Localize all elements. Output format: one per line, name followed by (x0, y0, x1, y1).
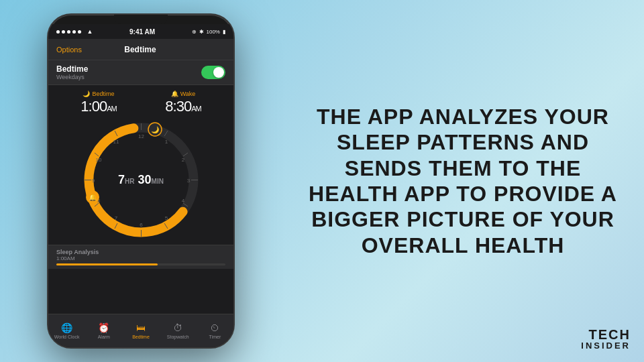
svg-text:3: 3 (186, 178, 190, 184)
signal-dot-4 (72, 30, 76, 34)
tab-bedtime[interactable]: 🛏 Bedtime (122, 322, 159, 339)
tab-timer[interactable]: ⏲ Timer (197, 322, 233, 339)
signal-dot-2 (62, 30, 65, 34)
tab-bedtime-label: Bedtime (132, 335, 150, 339)
signal-dot-5 (78, 30, 81, 34)
tech-label: TECH (581, 328, 631, 341)
time-display: 🌙 Bedtime 1:00AM 🔔 Wake 8:30 (56, 90, 225, 115)
clock-section: 🌙 Bedtime 1:00AM 🔔 Wake 8:30 (48, 85, 233, 245)
tab-stopwatch-label: Stopwatch (167, 335, 189, 339)
svg-text:6: 6 (140, 222, 143, 228)
bedtime-time-label: 🌙 Bedtime (80, 90, 116, 97)
globe-icon: 🌐 (61, 322, 72, 333)
nav-bar: Options Bedtime (48, 39, 233, 60)
sleep-analysis: Sleep Analysis 1:00AM (48, 245, 233, 269)
tech-insider-brand: TECH INSIDER (581, 328, 631, 350)
signal-dot-3 (67, 30, 70, 34)
sleep-bar (56, 263, 225, 265)
tab-world-clock-label: World Clock (54, 335, 80, 339)
svg-text:7: 7 (114, 215, 117, 221)
status-time: 9:41 AM (129, 28, 155, 36)
wake-time-label: 🔔 Wake (165, 90, 201, 97)
battery-icon: ▮ (223, 29, 225, 35)
alarm-icon: ⏰ (98, 322, 109, 333)
tab-timer-label: Timer (209, 335, 221, 339)
wake-time-value: 8:30AM (165, 98, 201, 115)
tab-alarm[interactable]: ⏰ Alarm (85, 322, 122, 339)
svg-text:🌙: 🌙 (151, 125, 160, 134)
sleep-analysis-time: 1:00AM (56, 255, 225, 261)
bedtime-label: Bedtime (56, 64, 88, 74)
svg-text:4: 4 (181, 198, 184, 204)
svg-text:11: 11 (113, 139, 119, 145)
bedtime-toggle[interactable] (201, 66, 225, 79)
svg-text:🔔: 🔔 (89, 193, 97, 202)
wake-ampm: AM (191, 105, 201, 113)
bedtime-sublabel: Weekdays (56, 74, 88, 80)
bedtime-time-value: 1:00AM (80, 98, 116, 115)
stopwatch-icon: ⏱ (173, 322, 182, 333)
bedtime-header: Bedtime Weekdays (48, 60, 233, 85)
phone: ▲ 9:41 AM ⊕ ✱ 100% ▮ Options Bedtime (47, 13, 235, 349)
insider-label: INSIDER (581, 341, 631, 350)
phone-container: ▲ 9:41 AM ⊕ ✱ 100% ▮ Options Bedtime (0, 0, 282, 362)
svg-text:10: 10 (95, 157, 101, 163)
bedtime-block: 🌙 Bedtime 1:00AM (80, 90, 116, 115)
svg-text:9: 9 (91, 178, 95, 184)
signal-dots: ▲ (56, 28, 93, 35)
bedtime-ampm: AM (107, 105, 117, 113)
status-bar: ▲ 9:41 AM ⊕ ✱ 100% ▮ (48, 24, 233, 39)
status-right: ⊕ ✱ 100% ▮ (192, 29, 225, 35)
moon-icon: 🌙 (83, 90, 90, 97)
svg-text:5: 5 (164, 215, 168, 221)
phone-screen: ▲ 9:41 AM ⊕ ✱ 100% ▮ Options Bedtime (48, 24, 233, 347)
sleep-duration: 7HR 30MIN (118, 173, 164, 187)
bell-icon: 🔔 (171, 90, 178, 97)
clock-ring-container: 12 1 2 3 4 5 6 7 8 9 10 11 (56, 118, 225, 242)
bed-icon: 🛏 (136, 322, 146, 333)
sleep-analysis-title: Sleep Analysis (56, 249, 225, 255)
nav-title: Bedtime (124, 45, 156, 54)
right-content: THE APP ANALYZES YOUR SLEEP PATTERNS AND… (282, 84, 644, 278)
wifi-icon: ▲ (87, 28, 93, 35)
svg-text:2: 2 (181, 157, 184, 163)
main-headline: THE APP ANALYZES YOUR SLEEP PATTERNS AND… (309, 104, 617, 258)
timer-icon: ⏲ (210, 322, 219, 333)
tab-alarm-label: Alarm (98, 335, 110, 339)
svg-text:12: 12 (138, 133, 144, 139)
bluetooth-icon: ✱ (199, 29, 204, 35)
wake-block: 🔔 Wake 8:30AM (165, 90, 201, 115)
location-icon: ⊕ (192, 29, 197, 35)
svg-text:1: 1 (164, 139, 168, 145)
bedtime-label-group: Bedtime Weekdays (56, 64, 88, 80)
sleep-hours-text: 7HR 30MIN (118, 173, 164, 187)
tab-world-clock[interactable]: 🌐 World Clock (48, 322, 85, 339)
options-button[interactable]: Options (56, 46, 82, 54)
battery-text: 100% (207, 29, 220, 35)
tab-stopwatch[interactable]: ⏱ Stopwatch (160, 322, 197, 339)
signal-dot-1 (56, 30, 60, 34)
tab-bar: 🌐 World Clock ⏰ Alarm 🛏 Bedtime ⏱ Stopwa… (48, 314, 233, 347)
